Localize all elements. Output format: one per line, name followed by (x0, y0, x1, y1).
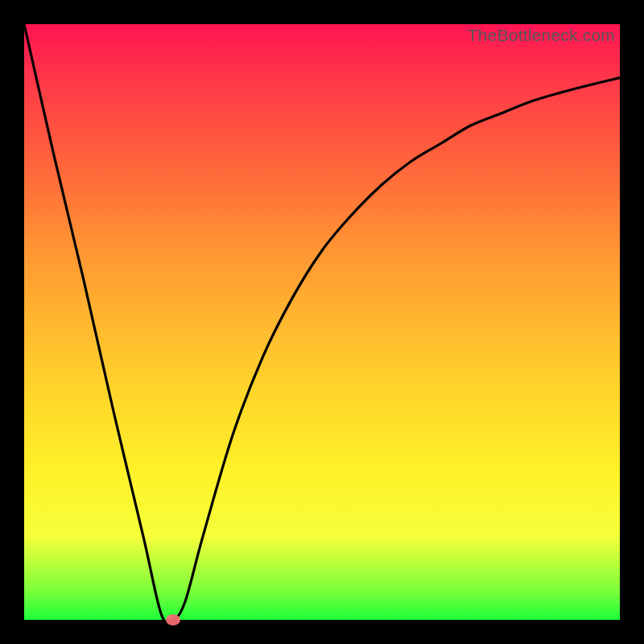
plot-area: TheBottleneck.com (24, 24, 620, 620)
minimum-marker (166, 614, 180, 625)
bottleneck-curve (24, 24, 620, 620)
curve-path (24, 24, 620, 623)
chart-frame: TheBottleneck.com (0, 0, 644, 644)
